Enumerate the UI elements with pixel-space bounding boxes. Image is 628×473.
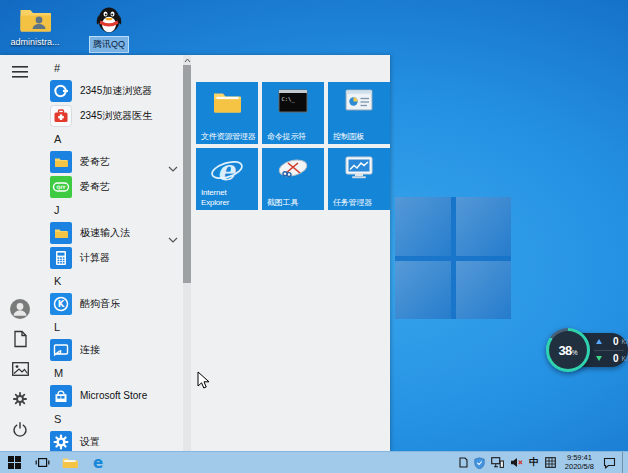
app-list-item[interactable]: 2345浏览器医生 [40, 103, 183, 128]
tile-label: 文件资源管理器 [201, 132, 256, 142]
rail-button-pictures[interactable] [0, 356, 40, 386]
start-tile[interactable]: 文件资源管理器 [196, 82, 258, 144]
app-section-header[interactable]: S [40, 408, 183, 429]
svg-text:QIY: QIY [57, 185, 67, 190]
section-letter: K [54, 275, 61, 287]
app-label: 爱奇艺 [80, 155, 110, 169]
task-view-icon [35, 456, 50, 469]
start-menu: #2345加速浏览器2345浏览器医生A爱奇艺QIY爱奇艺J极速输入法计算器KK… [0, 55, 390, 452]
rail-button-user[interactable] [0, 296, 40, 326]
edge-browser-taskbar-button[interactable]: e [84, 452, 112, 473]
app-section-header[interactable]: K [40, 270, 183, 291]
start-tiles-panel: 文件资源管理器C:\_命令提示符控制面板eInternet Explorer截图… [191, 55, 390, 452]
system-tray: 中 9:59:41 2020/5/8 [459, 452, 628, 473]
app-list-item[interactable]: QIY爱奇艺 [40, 174, 183, 199]
keyboard-layout-icon[interactable] [545, 452, 556, 473]
user-folder-icon [19, 4, 52, 34]
task-view-button[interactable] [28, 452, 56, 473]
rail-button-menu[interactable] [0, 59, 40, 89]
show-desktop-button[interactable] [622, 452, 628, 473]
iqiyi-icon: QIY [50, 176, 72, 198]
control-panel-icon [328, 89, 390, 111]
file-explorer-icon [62, 456, 78, 469]
app-label: 计算器 [80, 251, 110, 265]
app-list-item[interactable]: 连接 [40, 337, 183, 362]
action-center-button[interactable] [603, 452, 616, 473]
app-section-header[interactable]: L [40, 316, 183, 337]
app-group-item[interactable]: 极速输入法 [40, 220, 183, 245]
start-menu-scrollbar[interactable] [183, 55, 191, 452]
app-label: 设置 [80, 435, 100, 449]
desktop-icon-tencent-qq[interactable]: 腾讯QQ [78, 4, 140, 53]
scrollbar-up-arrow-icon[interactable] [184, 55, 191, 65]
tile-label: 任务管理器 [333, 198, 388, 208]
documents-icon [12, 330, 28, 352]
cmd-icon: C:\_ [262, 89, 324, 113]
rail-button-documents[interactable] [0, 326, 40, 356]
section-letter: J [54, 204, 60, 216]
start-button[interactable] [0, 452, 28, 473]
file-explorer-taskbar-button[interactable] [56, 452, 84, 473]
section-letter: S [54, 413, 61, 425]
store-icon [50, 385, 72, 407]
kugou-icon: K [50, 293, 72, 315]
start-tile[interactable]: 控制面板 [328, 82, 390, 144]
start-tile[interactable]: eInternet Explorer [196, 148, 258, 210]
scrollbar-thumb[interactable] [183, 65, 191, 283]
app-label: 连接 [80, 343, 100, 357]
windows-logo [395, 197, 511, 319]
download-speed-row: 0 K/s [594, 350, 624, 367]
desktop-icon-administrator[interactable]: administra... [4, 4, 66, 53]
taskbar: e 中 9:59:41 2020/5/8 [0, 451, 628, 473]
download-unit: K/s [622, 355, 628, 362]
settings-gear-icon [11, 390, 29, 412]
desktop-icon-area: administra... 腾讯QQ [4, 4, 140, 53]
folder-blue-icon [50, 151, 72, 173]
folder-blue-icon [50, 222, 72, 244]
app-list-item[interactable]: Microsoft Store [40, 383, 183, 408]
app-label: Microsoft Store [80, 390, 147, 401]
rail-button-settings[interactable] [0, 386, 40, 416]
app-section-header[interactable]: # [40, 57, 183, 78]
start-tile[interactable]: 截图工具 [262, 148, 324, 210]
start-tile[interactable]: 任务管理器 [328, 148, 390, 210]
taskbar-clock[interactable]: 9:59:41 2020/5/8 [562, 454, 597, 471]
power-icon [12, 421, 28, 441]
app-list-item[interactable]: 设置 [40, 429, 183, 452]
start-tile[interactable]: C:\_命令提示符 [262, 82, 324, 144]
upload-value: 0 [613, 336, 619, 347]
app-label: 2345加速浏览器 [80, 84, 152, 98]
app-section-header[interactable]: A [40, 128, 183, 149]
app-list-item[interactable]: 计算器 [40, 245, 183, 270]
section-letter: M [54, 367, 63, 379]
app-section-header[interactable]: J [40, 199, 183, 220]
rail-button-power[interactable] [0, 416, 40, 446]
desktop-icon-label: administra... [7, 36, 62, 48]
netspeed-widget[interactable]: 0 K/s 0 K/s 38 % [546, 328, 628, 372]
ime-language-indicator[interactable]: 中 [529, 452, 539, 473]
snipping-icon [262, 155, 324, 181]
app-list-item[interactable]: K酷狗音乐 [40, 291, 183, 316]
volume-muted-icon[interactable] [510, 452, 523, 473]
download-value: 0 [613, 353, 619, 364]
calculator-icon [50, 247, 72, 269]
clock-date: 2020/5/8 [565, 463, 594, 472]
windows10-desktop: administra... 腾讯QQ 0 K/s 0 K/s [0, 0, 628, 473]
doctor2345-icon [50, 105, 72, 127]
svg-text:K: K [58, 299, 65, 309]
tray-app-icon[interactable] [459, 452, 468, 473]
network-status-icon[interactable] [491, 452, 504, 473]
app-section-header[interactable]: M [40, 362, 183, 383]
edge-browser-icon: e [90, 455, 106, 471]
app-list-item[interactable]: 2345加速浏览器 [40, 78, 183, 103]
tile-label: Internet Explorer [201, 188, 256, 207]
memory-usage-ring[interactable]: 38 % [546, 328, 590, 372]
app-label: 爱奇艺 [80, 180, 110, 194]
tile-label: 截图工具 [267, 198, 322, 208]
app-group-item[interactable]: 爱奇艺 [40, 149, 183, 174]
taskmgr-icon [328, 155, 390, 181]
app-label: 2345浏览器医生 [80, 109, 152, 123]
connect-icon [50, 339, 72, 361]
security-shield-icon[interactable] [474, 452, 485, 473]
start-menu-rail [0, 55, 40, 452]
